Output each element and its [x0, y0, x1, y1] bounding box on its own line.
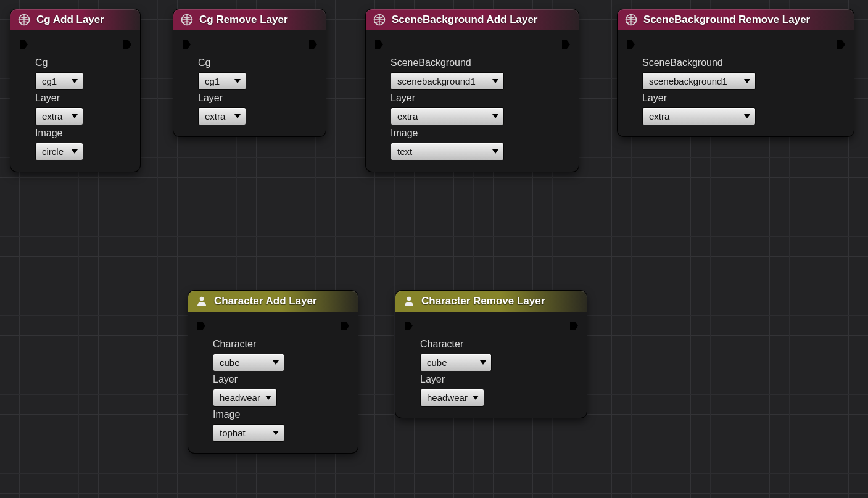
node-title: Character Add Layer	[214, 295, 317, 307]
field-label-cg: Cg	[198, 57, 318, 68]
chevron-down-icon	[273, 431, 279, 436]
dropdown-image[interactable]: tophat	[213, 424, 284, 442]
node-header[interactable]: Character Remove Layer	[395, 291, 587, 312]
field-label-image: Image	[35, 128, 133, 139]
chevron-down-icon	[492, 114, 498, 119]
field-label-image: Image	[391, 128, 571, 139]
node-header[interactable]: Cg Remove Layer	[173, 9, 326, 30]
dropdown-layer[interactable]: extra	[198, 107, 246, 125]
dropdown-cg[interactable]: cg1	[198, 72, 246, 90]
chevron-down-icon	[492, 149, 498, 154]
node-title: SceneBackground Add Layer	[392, 14, 538, 26]
exec-out-pin[interactable]	[122, 38, 133, 51]
node-character-add-layer[interactable]: Character Add Layer Character cube Layer…	[188, 291, 358, 453]
node-title: Cg Remove Layer	[199, 14, 288, 26]
node-body: Character cube Layer headwear	[395, 312, 587, 418]
dropdown-character[interactable]: cube	[213, 354, 284, 371]
field-label-layer: Layer	[391, 93, 571, 104]
exec-out-pin[interactable]	[560, 38, 571, 51]
node-header[interactable]: Character Add Layer	[188, 291, 358, 312]
node-header[interactable]: SceneBackground Remove Layer	[618, 9, 854, 30]
globe-icon	[625, 14, 637, 26]
dropdown-value: extra	[649, 111, 669, 122]
exec-in-pin[interactable]	[373, 38, 384, 51]
chevron-down-icon	[744, 79, 750, 84]
dropdown-value: extra	[397, 111, 418, 122]
node-cg-remove-layer[interactable]: Cg Remove Layer Cg cg1 Layer extra	[173, 9, 326, 136]
dropdown-value: extra	[205, 111, 225, 122]
dropdown-value: circle	[42, 146, 64, 157]
exec-in-pin[interactable]	[181, 38, 192, 51]
person-icon	[196, 295, 208, 307]
node-scenebackground-add-layer[interactable]: SceneBackground Add Layer SceneBackgroun…	[366, 9, 579, 172]
dropdown-layer[interactable]: headwear	[213, 389, 277, 407]
dropdown-scenebackground[interactable]: scenebackground1	[391, 72, 504, 90]
dropdown-value: cube	[427, 357, 447, 368]
field-label-scenebackground: SceneBackground	[642, 57, 846, 68]
field-label-layer: Layer	[198, 93, 318, 104]
node-title: Character Remove Layer	[421, 295, 545, 307]
node-header[interactable]: Cg Add Layer	[10, 9, 140, 30]
field-label-scenebackground: SceneBackground	[391, 57, 571, 68]
dropdown-value: cube	[220, 357, 240, 368]
node-scenebackground-remove-layer[interactable]: SceneBackground Remove Layer SceneBackgr…	[618, 9, 854, 136]
globe-icon	[181, 14, 193, 26]
dropdown-value: headwear	[220, 392, 260, 403]
dropdown-image[interactable]: text	[391, 143, 504, 160]
node-body: SceneBackground scenebackground1 Layer e…	[618, 30, 854, 136]
node-body: SceneBackground scenebackground1 Layer e…	[366, 30, 579, 172]
field-label-image: Image	[213, 409, 350, 420]
exec-out-pin[interactable]	[339, 319, 350, 333]
chevron-down-icon	[480, 360, 486, 365]
chevron-down-icon	[234, 79, 241, 84]
chevron-down-icon	[72, 79, 78, 84]
dropdown-value: text	[397, 146, 412, 157]
field-label-layer: Layer	[35, 93, 133, 104]
field-label-character: Character	[213, 339, 350, 350]
node-character-remove-layer[interactable]: Character Remove Layer Character cube La…	[395, 291, 587, 418]
dropdown-value: scenebackground1	[397, 76, 476, 86]
dropdown-cg[interactable]: cg1	[35, 72, 83, 90]
dropdown-value: headwear	[427, 392, 468, 403]
dropdown-scenebackground[interactable]: scenebackground1	[642, 72, 756, 90]
node-title: Cg Add Layer	[36, 14, 104, 26]
dropdown-layer[interactable]: headwear	[420, 389, 484, 407]
exec-out-pin[interactable]	[568, 319, 579, 333]
node-cg-add-layer[interactable]: Cg Add Layer Cg cg1 Layer extra Image ci…	[10, 9, 140, 172]
node-body: Character cube Layer headwear Image toph…	[188, 312, 358, 453]
dropdown-value: tophat	[220, 428, 246, 438]
dropdown-value: cg1	[42, 76, 57, 86]
node-title: SceneBackground Remove Layer	[643, 14, 810, 26]
dropdown-layer[interactable]: extra	[642, 107, 756, 125]
person-icon	[403, 295, 415, 307]
field-label-character: Character	[420, 339, 579, 350]
dropdown-layer[interactable]: extra	[35, 107, 83, 125]
globe-icon	[373, 14, 386, 26]
node-header[interactable]: SceneBackground Add Layer	[366, 9, 579, 30]
exec-out-pin[interactable]	[307, 38, 318, 51]
field-label-cg: Cg	[35, 57, 133, 68]
exec-in-pin[interactable]	[625, 38, 636, 51]
chevron-down-icon	[265, 396, 271, 400]
chevron-down-icon	[72, 114, 78, 119]
exec-out-pin[interactable]	[835, 38, 846, 51]
chevron-down-icon	[273, 360, 279, 365]
dropdown-image[interactable]: circle	[35, 143, 83, 160]
exec-in-pin[interactable]	[18, 38, 29, 51]
globe-icon	[18, 14, 30, 26]
exec-in-pin[interactable]	[196, 319, 207, 333]
dropdown-layer[interactable]: extra	[391, 107, 504, 125]
dropdown-value: extra	[42, 111, 62, 122]
field-label-layer: Layer	[213, 374, 350, 385]
chevron-down-icon	[492, 79, 498, 84]
chevron-down-icon	[744, 114, 750, 119]
field-label-layer: Layer	[642, 93, 846, 104]
node-body: Cg cg1 Layer extra	[173, 30, 326, 136]
dropdown-character[interactable]: cube	[420, 354, 492, 371]
chevron-down-icon	[473, 396, 479, 400]
node-body: Cg cg1 Layer extra Image circle	[10, 30, 140, 172]
exec-in-pin[interactable]	[403, 319, 414, 333]
field-label-layer: Layer	[420, 374, 579, 385]
chevron-down-icon	[234, 114, 241, 119]
chevron-down-icon	[72, 149, 78, 154]
